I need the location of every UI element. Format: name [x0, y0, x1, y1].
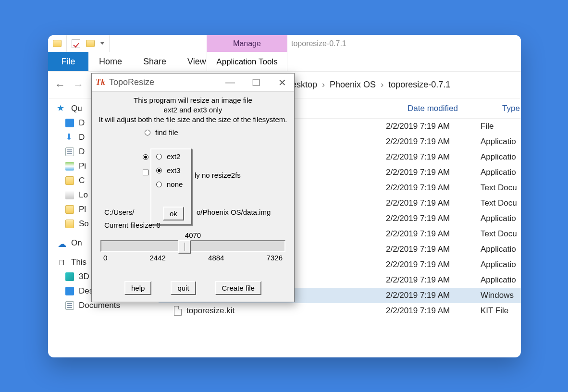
- download-icon: [65, 133, 74, 142]
- help-button[interactable]: help: [124, 281, 151, 295]
- path-prefix: C:/Users/: [104, 208, 135, 216]
- file-date: 2/2/2019 7:19 AM: [386, 168, 450, 177]
- radio-icon[interactable]: [156, 182, 162, 187]
- file-date: 2/2/2019 7:19 AM: [386, 260, 450, 270]
- filesystem-popup: ext2 ext3 none ok: [150, 148, 192, 225]
- cube-icon: [65, 272, 74, 281]
- dialog-titlebar[interactable]: Tk TopoResize — ☐ ✕: [92, 74, 294, 92]
- file-icon: [174, 306, 182, 316]
- file-date: 2/2/2019 7:19 AM: [386, 229, 450, 239]
- document-icon: [65, 301, 74, 310]
- disk-icon: [65, 191, 74, 199]
- slider-track[interactable]: [100, 240, 285, 252]
- option-none[interactable]: none: [151, 177, 191, 191]
- back-button[interactable]: ←: [53, 79, 67, 91]
- file-type: Applicatio: [481, 260, 516, 270]
- radio-icon: [143, 154, 148, 160]
- file-date: 2/2/2019 7:19 AM: [386, 306, 450, 316]
- ribbon-home[interactable]: Home: [88, 52, 133, 71]
- slider-thumb[interactable]: [178, 240, 191, 254]
- file-type: Applicatio: [481, 137, 516, 147]
- breadcrumb-item[interactable]: Phoenix OS: [330, 80, 376, 90]
- table-row[interactable]: toporesize.kit2/2/2019 7:19 AMKIT File: [159, 303, 521, 318]
- ok-button[interactable]: ok: [163, 207, 184, 220]
- app-icon: Tk: [96, 77, 105, 87]
- file-date: 2/2/2019 7:19 AM: [386, 137, 450, 147]
- file-date: 2/2/2019 7:19 AM: [386, 214, 450, 223]
- file-type: Windows: [481, 291, 514, 300]
- find-file-radio[interactable]: find file: [145, 128, 291, 136]
- ribbon-file[interactable]: File: [48, 52, 88, 71]
- radio-icon[interactable]: [156, 154, 162, 159]
- file-date: 2/2/2019 7:19 AM: [386, 291, 450, 300]
- chevron-down-icon[interactable]: [100, 42, 104, 45]
- radio-icon[interactable]: [156, 168, 162, 173]
- file-date: 2/2/2019 7:19 AM: [386, 198, 450, 208]
- file-type: Applicatio: [481, 245, 516, 254]
- current-filesize: Current filesize: 0: [104, 221, 161, 229]
- file-date: 2/2/2019 7:19 AM: [386, 152, 450, 162]
- file-type: KIT File: [481, 306, 508, 316]
- maximize-button[interactable]: ☐: [253, 79, 259, 86]
- option-ext2[interactable]: ext2: [151, 149, 191, 163]
- quit-button[interactable]: quit: [171, 281, 196, 295]
- checkbox-icon[interactable]: [72, 39, 80, 48]
- radio-icon[interactable]: [145, 130, 150, 135]
- file-date: 2/2/2019 7:19 AM: [386, 275, 450, 285]
- file-type: Text Docu: [481, 198, 517, 208]
- breadcrumb-item[interactable]: toporesize-0.7.1: [388, 80, 450, 90]
- folder-icon: [53, 40, 62, 47]
- slider-value: 4070: [100, 231, 285, 239]
- slider-ticks: 0 2442 4884 7326: [100, 254, 285, 262]
- file-date: 2/2/2019 7:19 AM: [386, 183, 450, 193]
- file-date: 2/2/2019 7:19 AM: [386, 122, 450, 131]
- toporesize-dialog: Tk TopoResize — ☐ ✕ This program will re…: [91, 73, 295, 302]
- minimize-button[interactable]: —: [227, 79, 234, 86]
- file-type: Applicatio: [481, 152, 516, 162]
- close-button[interactable]: ✕: [279, 79, 285, 86]
- option-ext3[interactable]: ext3: [151, 163, 191, 177]
- size-slider[interactable]: 4070 0 2442 4884 7326: [100, 231, 285, 262]
- file-name: toporesize.kit: [186, 306, 235, 316]
- folder-icon: [65, 205, 74, 214]
- column-date[interactable]: Date modified: [407, 104, 458, 113]
- column-type[interactable]: Type: [502, 104, 520, 113]
- pictures-icon: [65, 162, 74, 171]
- folder-icon: [86, 40, 95, 47]
- desktop-icon: [65, 287, 74, 295]
- desktop-icon: [65, 119, 74, 127]
- create-file-button[interactable]: Create file: [215, 281, 261, 295]
- no-resize2fs-label: ly no resize2fs: [195, 171, 241, 179]
- ribbon: File Home Share View Application Tools: [48, 52, 521, 72]
- file-type: Text Docu: [481, 183, 517, 193]
- star-icon: [58, 104, 66, 113]
- pc-icon: [58, 258, 66, 267]
- dialog-title: TopoResize: [109, 77, 154, 87]
- cloud-icon: [58, 239, 66, 247]
- path-suffix: o/Phoenix OS/data.img: [197, 208, 271, 216]
- ribbon-application-tools[interactable]: Application Tools: [207, 52, 287, 72]
- document-icon: [65, 147, 74, 156]
- titlebar: Manage toporesize-0.7.1: [48, 35, 521, 52]
- window-title: toporesize-0.7.1: [291, 35, 346, 52]
- file-type: Text Docu: [481, 229, 517, 239]
- file-type: Applicatio: [481, 275, 516, 285]
- manage-tab[interactable]: Manage: [207, 35, 287, 52]
- dialog-description: This program will resize an image file e…: [95, 96, 291, 124]
- forward-button[interactable]: →: [71, 79, 86, 91]
- file-type: Applicatio: [481, 214, 516, 223]
- file-type: File: [481, 122, 494, 131]
- file-date: 2/2/2019 7:19 AM: [386, 245, 450, 254]
- folder-icon: [65, 176, 74, 185]
- file-type: Applicatio: [481, 168, 516, 177]
- folder-icon: [65, 220, 74, 228]
- ribbon-share[interactable]: Share: [133, 52, 177, 71]
